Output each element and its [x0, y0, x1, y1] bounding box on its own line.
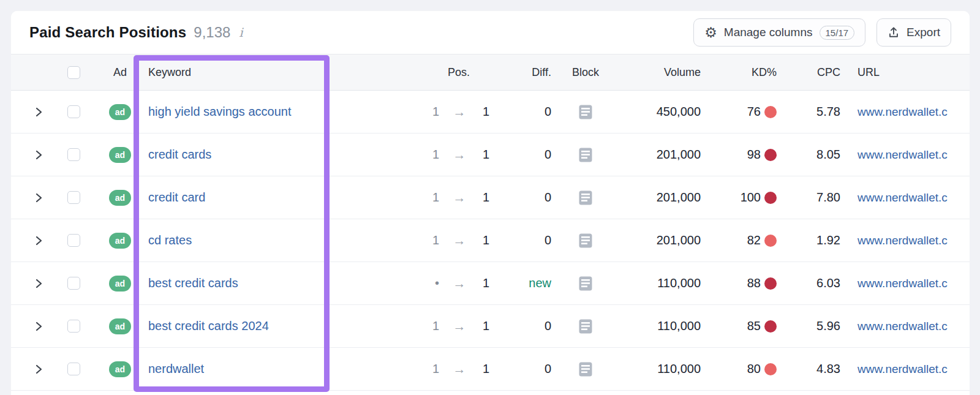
export-icon — [888, 26, 900, 39]
kd-value: 80 — [747, 362, 761, 376]
arrow-right-icon: → — [439, 148, 480, 162]
manage-columns-button[interactable]: ⚙ Manage columns 15/17 — [693, 18, 865, 47]
serp-block-icon[interactable] — [579, 362, 592, 377]
position-new: 1 — [480, 362, 492, 376]
expand-chevron-icon[interactable] — [34, 322, 43, 331]
column-header-kd[interactable]: KD% — [706, 66, 782, 79]
export-button[interactable]: Export — [876, 18, 951, 47]
cpc-value: 6.03 — [782, 276, 845, 290]
row-checkbox[interactable] — [67, 320, 80, 333]
arrow-right-icon: → — [439, 276, 480, 291]
arrow-right-icon: → — [439, 319, 480, 334]
volume-value: 110,000 — [615, 362, 706, 376]
column-header-ad: Ad — [97, 66, 143, 79]
results-count: 9,138 — [194, 24, 230, 41]
url-link[interactable]: www.nerdwallet.c — [858, 105, 948, 118]
table-row[interactable]: ad credit cards 1 → 1 0 201,000 98 8.05 … — [11, 134, 970, 176]
kd-difficulty-dot — [764, 363, 777, 375]
table-row[interactable]: ad high yield savings account 1 → 1 0 45… — [11, 91, 970, 134]
ad-badge[interactable]: ad — [109, 104, 131, 120]
serp-block-icon[interactable] — [579, 276, 592, 291]
url-link[interactable]: www.nerdwallet.c — [858, 148, 948, 161]
export-label: Export — [907, 26, 940, 39]
arrow-right-icon: → — [439, 362, 480, 377]
kd-difficulty-dot — [764, 149, 777, 161]
keyword-link[interactable]: credit cards — [148, 148, 211, 161]
expand-chevron-icon[interactable] — [34, 150, 43, 160]
volume-value: 201,000 — [615, 148, 706, 162]
table-row[interactable]: ad nerdwallet 1 → 1 0 110,000 80 4.83 ww… — [11, 348, 970, 391]
keyword-link[interactable]: high yield savings account — [148, 105, 291, 118]
ad-badge[interactable]: ad — [109, 318, 131, 334]
row-checkbox[interactable] — [67, 234, 80, 247]
table-row[interactable]: ad best credit cards • → 1 new 110,000 8… — [11, 262, 970, 305]
volume-value: 450,000 — [615, 105, 706, 119]
paid-search-positions-card: Paid Search Positions 9,138 i ⚙ Manage c… — [11, 11, 970, 395]
diff-value: 0 — [545, 319, 551, 333]
expand-chevron-icon[interactable] — [34, 279, 43, 288]
position-new: 1 — [480, 190, 492, 205]
expand-chevron-icon[interactable] — [34, 193, 43, 203]
column-header-cpc[interactable]: CPC — [782, 66, 845, 79]
url-link[interactable]: www.nerdwallet.c — [858, 234, 948, 247]
diff-value: 0 — [545, 362, 551, 375]
columns-count-badge: 15/17 — [820, 26, 855, 40]
url-link[interactable]: www.nerdwallet.c — [858, 191, 948, 204]
kd-value: 82 — [747, 233, 761, 247]
expand-chevron-icon[interactable] — [34, 364, 43, 374]
table-row[interactable]: ad cd rates 1 → 1 0 201,000 82 1.92 www.… — [11, 219, 970, 262]
cpc-value: 1.92 — [782, 233, 845, 247]
serp-block-icon[interactable] — [579, 105, 592, 119]
serp-block-icon[interactable] — [579, 319, 592, 334]
column-header-volume[interactable]: Volume — [615, 66, 706, 79]
table-header-row: Ad Keyword Pos. Diff. Block Volume KD% C… — [11, 54, 970, 91]
expand-chevron-icon[interactable] — [34, 107, 43, 117]
ad-badge[interactable]: ad — [109, 190, 131, 206]
url-link[interactable]: www.nerdwallet.c — [858, 320, 948, 333]
kd-difficulty-dot — [764, 106, 777, 118]
table-row[interactable]: ad credit card 1 → 1 0 201,000 100 7.80 … — [11, 176, 970, 219]
row-checkbox[interactable] — [67, 363, 80, 375]
ad-badge[interactable]: ad — [109, 276, 131, 292]
kd-value: 100 — [741, 190, 761, 205]
volume-value: 201,000 — [615, 190, 706, 205]
keyword-link[interactable]: nerdwallet — [148, 362, 204, 375]
table-row[interactable]: ad best credit cards 2024 1 → 1 0 110,00… — [11, 305, 970, 348]
url-link[interactable]: www.nerdwallet.c — [858, 363, 948, 375]
info-icon[interactable]: i — [239, 25, 243, 40]
keyword-link[interactable]: best credit cards — [148, 276, 238, 290]
column-header-diff[interactable]: Diff. — [492, 66, 556, 79]
ad-badge[interactable]: ad — [109, 233, 131, 249]
serp-block-icon[interactable] — [579, 190, 592, 205]
keyword-link[interactable]: cd rates — [148, 233, 192, 247]
row-checkbox[interactable] — [67, 277, 80, 290]
column-header-pos[interactable]: Pos. — [406, 66, 492, 79]
page-title: Paid Search Positions — [29, 24, 186, 41]
row-checkbox[interactable] — [67, 191, 80, 204]
kd-value: 76 — [747, 105, 761, 119]
keyword-link[interactable]: best credit cards 2024 — [148, 319, 269, 333]
diff-value: 0 — [545, 105, 551, 118]
diff-value: 0 — [545, 233, 551, 247]
cpc-value: 7.80 — [782, 190, 845, 205]
select-all-checkbox[interactable] — [67, 66, 80, 79]
position-new: 1 — [480, 148, 492, 162]
serp-block-icon[interactable] — [579, 233, 592, 248]
manage-columns-label: Manage columns — [724, 26, 813, 39]
cpc-value: 5.78 — [782, 105, 845, 119]
position-new: 1 — [480, 319, 492, 333]
title-bar: Paid Search Positions 9,138 i ⚙ Manage c… — [11, 11, 970, 54]
url-link[interactable]: www.nerdwallet.c — [858, 277, 948, 290]
column-header-keyword: Keyword — [143, 66, 406, 79]
arrow-right-icon: → — [439, 190, 480, 205]
position-old: 1 — [406, 233, 439, 247]
row-checkbox[interactable] — [67, 105, 80, 118]
serp-block-icon[interactable] — [579, 148, 592, 162]
expand-chevron-icon[interactable] — [34, 236, 43, 246]
gear-icon: ⚙ — [704, 26, 717, 40]
keyword-link[interactable]: credit card — [148, 190, 205, 204]
ad-badge[interactable]: ad — [109, 147, 131, 163]
volume-value: 201,000 — [615, 233, 706, 247]
ad-badge[interactable]: ad — [109, 361, 131, 377]
row-checkbox[interactable] — [67, 148, 80, 161]
